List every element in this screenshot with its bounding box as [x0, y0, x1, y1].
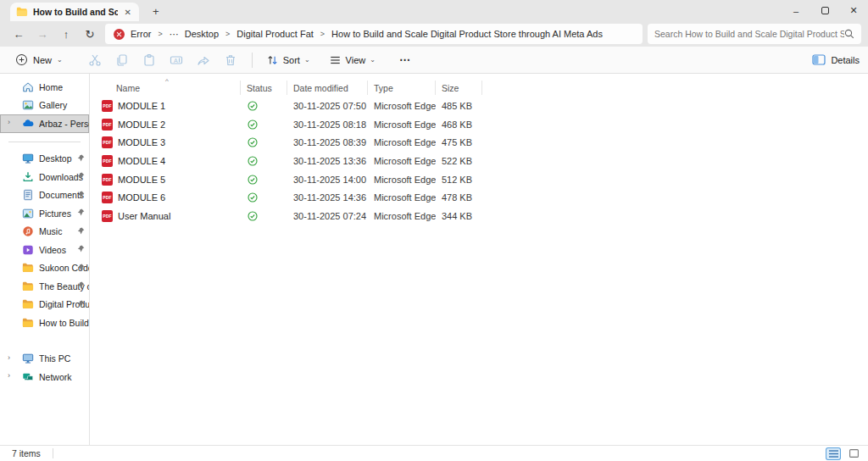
thumbnail-view-toggle[interactable] — [846, 447, 861, 460]
paste-icon[interactable] — [142, 53, 157, 67]
address-bar[interactable]: Error > ⋯ Desktop > Digital Product Fat … — [105, 24, 643, 44]
table-row[interactable]: PDFMODULE 6 30-11-2025 14:36 Microsoft E… — [91, 188, 868, 207]
file-size: 485 KB — [436, 101, 482, 111]
sidebar-item-this-pc[interactable]: › This PC — [0, 350, 89, 369]
more-options-icon[interactable]: ⋯ — [399, 53, 411, 66]
sync-status-icon — [248, 137, 258, 147]
forward-button[interactable]: → — [31, 28, 54, 41]
explorer-tab[interactable]: How to Build and Scale Digita ✕ — [10, 3, 139, 21]
column-label: Name — [116, 83, 140, 93]
cut-icon[interactable] — [88, 53, 103, 67]
file-name: MODULE 1 — [118, 101, 165, 111]
column-header-status[interactable]: Status — [241, 81, 287, 95]
share-icon[interactable] — [197, 53, 211, 67]
window-controls: – ✕ — [782, 0, 868, 21]
pdf-file-icon: PDF — [102, 100, 113, 112]
title-bar: How to Build and Scale Digita ✕ + – ✕ — [0, 0, 868, 21]
sidebar-item-onedrive[interactable]: › Arbaz - Personal — [0, 114, 89, 133]
sort-button-label: Sort — [283, 55, 300, 65]
pin-icon — [77, 245, 85, 253]
table-row[interactable]: PDFMODULE 4 30-11-2025 13:36 Microsoft E… — [91, 152, 868, 170]
home-icon — [22, 81, 34, 93]
sidebar-item-network[interactable]: › Network — [0, 368, 89, 386]
details-view-icon — [829, 450, 838, 458]
rename-icon[interactable]: A — [170, 53, 184, 67]
file-size: 512 KB — [436, 175, 482, 185]
sidebar-item-downloads[interactable]: Downloads — [0, 168, 89, 186]
table-row[interactable]: PDFUser Manual 30-11-2025 07:24 Microsof… — [91, 207, 868, 225]
breadcrumb-ellipsis[interactable]: ⋯ — [170, 29, 179, 40]
pin-icon — [77, 264, 85, 271]
file-date: 30-11-2025 07:24 — [287, 211, 368, 221]
pdf-file-icon: PDF — [102, 210, 113, 222]
sidebar-item-folder-sukoon[interactable]: Sukoon Code Ac — [0, 259, 89, 278]
breadcrumb-chevron-icon[interactable]: > — [157, 30, 163, 38]
up-button[interactable]: ↑ — [54, 28, 78, 41]
pin-icon — [77, 208, 85, 216]
pdf-file-icon: PDF — [102, 192, 113, 203]
column-header-date-modified[interactable]: Date modified — [287, 81, 368, 95]
new-tab-button[interactable]: + — [153, 5, 159, 18]
file-size: 475 KB — [436, 137, 482, 147]
details-view-toggle[interactable] — [826, 447, 841, 460]
pdf-file-icon: PDF — [102, 136, 113, 148]
breadcrumb-current-folder[interactable]: How to Build and Scale Digital Product S… — [331, 29, 603, 39]
breadcrumb-chevron-icon[interactable]: > — [320, 30, 326, 38]
sidebar-item-gallery[interactable]: Gallery — [0, 97, 89, 115]
file-type: Microsoft Edge PD... — [368, 156, 436, 166]
sidebar-item-pictures[interactable]: Pictures — [0, 204, 89, 223]
status-bar: 7 items — [0, 445, 868, 461]
close-button[interactable]: ✕ — [839, 0, 868, 21]
svg-text:A: A — [174, 57, 178, 63]
sync-status-icon — [248, 119, 258, 130]
sidebar-item-folder-digital-products[interactable]: Digital Products — [0, 296, 89, 314]
minimize-button[interactable]: – — [782, 0, 810, 21]
search-input[interactable] — [654, 29, 844, 39]
sidebar-item-music[interactable]: Music — [0, 223, 89, 242]
sync-status-icon — [248, 156, 258, 166]
pin-icon — [77, 281, 85, 289]
sidebar-item-folder-beauty[interactable]: The Beauty of M — [0, 277, 89, 296]
breadcrumb-chevron-icon[interactable]: > — [225, 30, 231, 38]
sync-status-icon — [248, 192, 258, 203]
details-pane-button[interactable]: Details — [812, 54, 860, 65]
maximize-button[interactable] — [810, 0, 839, 21]
refresh-button[interactable]: ↻ — [78, 28, 102, 41]
breadcrumb-error[interactable]: Error — [131, 29, 151, 39]
chevron-expand-icon[interactable]: › — [8, 371, 10, 380]
chevron-expand-icon[interactable]: › — [8, 118, 10, 126]
column-label: Date modified — [293, 83, 348, 93]
sidebar-item-desktop[interactable]: Desktop — [0, 150, 89, 169]
column-header-name[interactable]: ^ Name — [91, 81, 241, 95]
desktop-icon — [22, 153, 34, 164]
table-row[interactable]: PDFMODULE 1 30-11-2025 07:50 Microsoft E… — [91, 97, 868, 115]
table-row[interactable]: PDFMODULE 3 30-11-2025 08:39 Microsoft E… — [91, 133, 868, 152]
tab-close-icon[interactable]: ✕ — [123, 8, 133, 17]
chevron-expand-icon[interactable]: › — [8, 353, 10, 362]
column-header-size[interactable]: Size — [436, 81, 482, 95]
search-box[interactable] — [648, 24, 861, 44]
thumbnail-view-icon — [849, 449, 859, 458]
view-button[interactable]: View ⌄ — [329, 54, 376, 66]
copy-icon[interactable] — [115, 53, 130, 67]
table-row[interactable]: PDFMODULE 2 30-11-2025 08:18 Microsoft E… — [91, 115, 868, 134]
delete-icon[interactable] — [224, 53, 238, 67]
network-icon — [22, 371, 34, 383]
new-button[interactable]: New ⌄ — [8, 50, 70, 69]
breadcrumb-desktop[interactable]: Desktop — [185, 29, 219, 39]
file-date: 30-11-2025 14:00 — [287, 175, 368, 185]
file-action-icons: A — [88, 53, 238, 67]
sidebar-item-home[interactable]: Home — [0, 78, 89, 97]
sidebar-item-videos[interactable]: Videos — [0, 241, 89, 259]
breadcrumb-parent-folder[interactable]: Digital Product Fat — [236, 29, 313, 39]
sort-button[interactable]: Sort ⌄ — [266, 54, 310, 66]
file-size: 344 KB — [436, 211, 482, 221]
column-header-type[interactable]: Type — [368, 81, 436, 95]
file-type: Microsoft Edge PD... — [368, 192, 436, 203]
sidebar-item-folder-how-to-build[interactable]: How to Build and S — [0, 314, 89, 332]
file-size: 478 KB — [436, 192, 482, 203]
back-button[interactable]: ← — [7, 28, 31, 41]
sidebar-item-documents[interactable]: Documents — [0, 186, 89, 205]
file-list-pane: ^ Name Status Date modified Type Size PD… — [90, 74, 868, 445]
table-row[interactable]: PDFMODULE 5 30-11-2025 14:00 Microsoft E… — [91, 170, 868, 189]
